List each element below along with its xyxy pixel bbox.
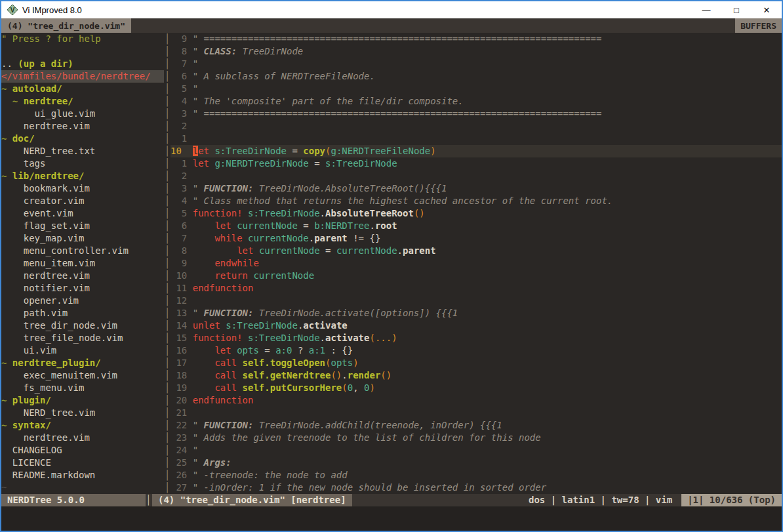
code-line-current[interactable]: 10let s:TreeDirNode = copy(g:NERDTreeFil…	[171, 145, 782, 157]
svg-text:V: V	[10, 7, 15, 14]
tree-file[interactable]: nerdtree.vim	[1, 432, 164, 444]
tree-dir-nerdtree-plugin[interactable]: ~ nerdtree_plugin/	[1, 357, 164, 369]
tree-file[interactable]: nerdtree.vim	[1, 270, 164, 282]
position-status: |1| 10/636 (Top)	[681, 494, 782, 506]
line-number: 1	[171, 157, 187, 170]
window-separator[interactable]: │ │ │ │ │ │ │ │ │ │ │ │ │ │ │ │ │ │ │ │ …	[164, 33, 171, 494]
code-line[interactable]: 6 let currentNode = b:NERDTree.root	[171, 220, 782, 232]
line-number: 3	[171, 108, 187, 120]
code-line[interactable]: 2	[171, 120, 782, 133]
tree-file[interactable]: exec_menuitem.vim	[1, 369, 164, 382]
line-number: 4	[171, 95, 187, 108]
line-number: 6	[171, 220, 187, 232]
code-line[interactable]: 5"	[171, 83, 782, 95]
line-number: 8	[171, 45, 187, 58]
tree-file[interactable]: tree_dir_node.vim	[1, 319, 164, 332]
tree-file[interactable]: NERD_tree.txt	[1, 145, 164, 157]
file-format-status: dos | latin1 | tw=78 | vim	[529, 494, 681, 506]
tree-dir-syntax[interactable]: ~ syntax/	[1, 419, 164, 432]
line-number: 12	[171, 295, 187, 307]
code-line[interactable]: 13" FUNCTION: TreeDirNode.activate([opti…	[171, 307, 782, 319]
code-line[interactable]: 15function! s:TreeDirNode.activate(...)	[171, 332, 782, 344]
window-controls: — □ ✕	[691, 1, 782, 18]
line-number: 9	[171, 257, 187, 270]
tree-file[interactable]: creator.vim	[1, 195, 164, 207]
tab-current-buffer[interactable]: (4) "tree_dir_node.vim"	[1, 18, 131, 33]
code-text: " FUNCTION: TreeDirNode.addChild(treenod…	[193, 419, 502, 432]
tree-file[interactable]: notifier.vim	[1, 282, 164, 295]
tree-file[interactable]: bookmark.vim	[1, 182, 164, 195]
tree-file[interactable]: menu_item.vim	[1, 257, 164, 270]
code-line[interactable]: 9" =====================================…	[171, 33, 782, 45]
line-number: 24	[171, 444, 187, 457]
tree-file[interactable]: menu_controller.vim	[1, 245, 164, 257]
code-line[interactable]: 17 call self.toggleOpen(opts)	[171, 357, 782, 369]
code-line[interactable]: 6" A subclass of NERDTreeFileNode.	[171, 70, 782, 83]
tree-file[interactable]: NERD_tree.vim	[1, 407, 164, 419]
tree-up-dir[interactable]: .. (up a dir)	[1, 58, 164, 70]
code-line[interactable]: 7 while currentNode.parent != {}	[171, 232, 782, 245]
tree-file[interactable]: key_map.vim	[1, 232, 164, 245]
code-line[interactable]: 4" The 'composite' part of the file/dir …	[171, 95, 782, 108]
tree-file[interactable]: README.markdown	[1, 469, 164, 481]
code-line[interactable]: 18 call self.getNerdtree().render()	[171, 369, 782, 382]
tree-file[interactable]: ui_glue.vim	[1, 108, 164, 120]
tree-dir-nerdtree[interactable]: ~ nerdtree/	[1, 95, 164, 108]
code-line[interactable]: 19 call self.putCursorHere(0, 0)	[171, 382, 782, 394]
tree-file[interactable]: ui.vim	[1, 344, 164, 357]
code-line[interactable]: 8 let currentNode = currentNode.parent	[171, 245, 782, 257]
code-line[interactable]: 1	[171, 133, 782, 145]
line-number: 15	[171, 332, 187, 344]
code-line[interactable]: 7"	[171, 58, 782, 70]
command-line[interactable]	[1, 506, 782, 531]
code-line[interactable]: 27" -inOrder: 1 if the new node should b…	[171, 481, 782, 494]
code-line[interactable]: 10 return currentNode	[171, 270, 782, 282]
code-line[interactable]: 8" CLASS: TreeDirNode	[171, 45, 782, 58]
tree-file[interactable]: fs_menu.vim	[1, 382, 164, 394]
tree-file[interactable]: flag_set.vim	[1, 220, 164, 232]
line-number: 17	[171, 357, 187, 369]
code-text: endwhile	[193, 257, 259, 270]
code-line[interactable]: 16 let opts = a:0 ? a:1 : {}	[171, 344, 782, 357]
code-line[interactable]: 3" =====================================…	[171, 108, 782, 120]
tree-file[interactable]: path.vim	[1, 307, 164, 319]
code-line[interactable]: 26" -treenode: the node to add	[171, 469, 782, 481]
maximize-icon[interactable]: □	[721, 1, 752, 18]
tree-file[interactable]: opener.vim	[1, 295, 164, 307]
minimize-icon[interactable]: —	[691, 1, 721, 18]
tree-dir-doc[interactable]: ~ doc/	[1, 133, 164, 145]
status-fill	[352, 494, 529, 506]
code-line[interactable]: 12	[171, 295, 782, 307]
code-line[interactable]: 1let g:NERDTreeDirNode = s:TreeDirNode	[171, 157, 782, 170]
tree-dir-plugin[interactable]: ~ plugin/	[1, 394, 164, 407]
tree-file[interactable]: event.vim	[1, 207, 164, 220]
code-text: let g:NERDTreeDirNode = s:TreeDirNode	[193, 157, 397, 170]
code-line[interactable]: 9 endwhile	[171, 257, 782, 270]
code-line[interactable]: 5function! s:TreeDirNode.AbsoluteTreeRoo…	[171, 207, 782, 220]
code-line[interactable]: 4" Class method that returns the highest…	[171, 195, 782, 207]
code-line[interactable]: 3" FUNCTION: TreeDirNode.AbsoluteTreeRoo…	[171, 182, 782, 195]
tree-file[interactable]: tags	[1, 157, 164, 170]
code-line[interactable]: 14unlet s:TreeDirNode.activate	[171, 319, 782, 332]
code-line[interactable]: 2	[171, 170, 782, 182]
line-number: 10	[171, 145, 187, 157]
code-line[interactable]: 20endfunction	[171, 394, 782, 407]
tree-file[interactable]: nerdtree.vim	[1, 120, 164, 133]
tree-root[interactable]: </vimfiles/bundle/nerdtree/	[1, 70, 164, 83]
code-line[interactable]: 24"	[171, 444, 782, 457]
code-text: endfunction	[193, 282, 254, 295]
code-line[interactable]: 25" Args:	[171, 457, 782, 469]
code-text: " CLASS: TreeDirNode	[193, 45, 304, 58]
code-line[interactable]: 23" Adds the given treenode to the list …	[171, 432, 782, 444]
code-panel: 9" =====================================…	[171, 33, 782, 494]
code-line[interactable]: 11endfunction	[171, 282, 782, 295]
tree-file[interactable]: tree_file_node.vim	[1, 332, 164, 344]
tree-dir-lib-nerdtree[interactable]: ~ lib/nerdtree/	[1, 170, 164, 182]
code-line[interactable]: 21	[171, 407, 782, 419]
vim-window: V Vi IMproved 8.0 — □ ✕ (4) "tree_dir_no…	[0, 0, 783, 532]
tree-file[interactable]: LICENCE	[1, 457, 164, 469]
tree-dir-autoload[interactable]: ~ autoload/	[1, 83, 164, 95]
close-icon[interactable]: ✕	[752, 1, 782, 18]
code-line[interactable]: 22" FUNCTION: TreeDirNode.addChild(treen…	[171, 419, 782, 432]
tree-file[interactable]: CHANGELOG	[1, 444, 164, 457]
